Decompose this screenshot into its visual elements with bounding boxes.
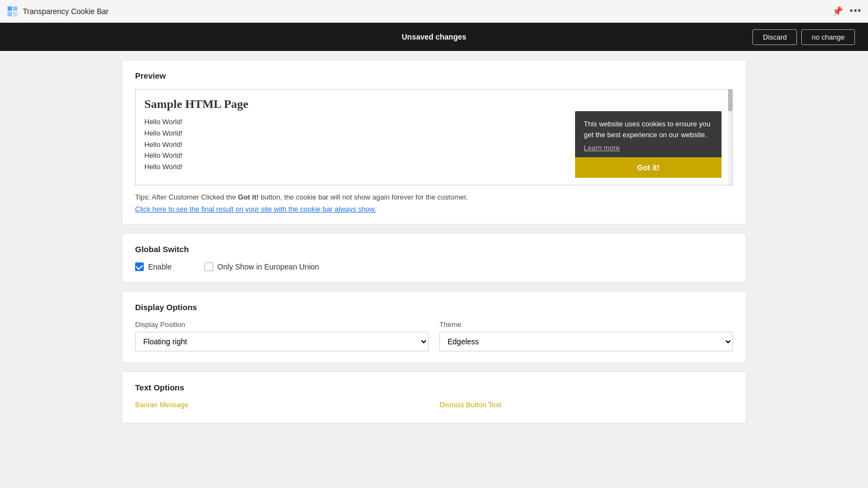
more-icon[interactable]: ••• <box>850 5 861 17</box>
svg-rect-2 <box>8 11 12 16</box>
svg-rect-1 <box>13 6 17 10</box>
unsaved-label: Unsaved changes <box>401 33 466 41</box>
global-switch-title: Global Switch <box>135 245 733 254</box>
tips-section: Tips: After Customer Clicked the Got it!… <box>135 193 733 213</box>
preview-title: Preview <box>135 71 733 80</box>
text-options-grid: Banner Message Dismiss Button Text <box>135 401 733 412</box>
main-content: Preview Sample HTML Page Hello World! He… <box>108 51 760 441</box>
tips-text-after: button, the cookie bar will not show aga… <box>259 193 468 201</box>
theme-field: Theme Edgeless Rounded Square <box>439 320 733 351</box>
eu-only-checkbox[interactable] <box>205 262 213 271</box>
unsaved-bar: Unsaved changes Discard no change <box>0 23 868 51</box>
position-select[interactable]: Floating right Floating left Top bar Bot… <box>135 332 429 351</box>
preview-inner: Sample HTML Page Hello World! Hello Worl… <box>136 89 732 185</box>
pin-icon[interactable]: 📌 <box>832 6 843 16</box>
enable-label: Enable <box>148 262 172 271</box>
svg-rect-0 <box>8 6 12 10</box>
display-options-card: Display Options Display Position Floatin… <box>122 291 746 363</box>
display-options-title: Display Options <box>135 303 733 312</box>
title-bar: Transparency Cookie Bar 📌 ••• <box>0 0 868 23</box>
tips-text: Tips: After Customer Clicked the Got it!… <box>135 193 733 201</box>
eu-only-label: Only Show in European Union <box>218 262 320 271</box>
global-switch-card: Global Switch Enable Only Show in Europe… <box>122 233 746 282</box>
dismiss-button-label: Dismiss Button Text <box>439 401 733 409</box>
switch-row: Enable Only Show in European Union <box>135 262 733 271</box>
discard-button[interactable]: Discard <box>752 29 797 45</box>
text-options-title: Text Options <box>135 383 733 392</box>
text-options-card: Text Options Banner Message Dismiss Butt… <box>122 371 746 423</box>
tips-bold-text: Got it! <box>238 193 259 201</box>
app-icon <box>7 5 18 17</box>
options-grid: Display Position Floating right Floating… <box>135 320 733 351</box>
dismiss-button-field: Dismiss Button Text <box>439 401 733 412</box>
preview-card: Preview Sample HTML Page Hello World! He… <box>122 60 746 224</box>
theme-select[interactable]: Edgeless Rounded Square <box>439 332 733 351</box>
preview-page-title: Sample HTML Page <box>144 97 724 111</box>
title-bar-left: Transparency Cookie Bar <box>7 5 108 17</box>
cookie-popup: This website uses cookies to ensure you … <box>575 111 722 178</box>
banner-message-field: Banner Message <box>135 401 429 412</box>
no-change-button[interactable]: no change <box>801 29 855 45</box>
preview-scrollbar-thumb <box>728 89 732 111</box>
tips-link[interactable]: Click here to see the final result on yo… <box>135 205 376 213</box>
enable-checkbox[interactable] <box>135 262 144 271</box>
enable-checkbox-item: Enable <box>135 262 172 271</box>
cookie-popup-body: This website uses cookies to ensure you … <box>575 111 722 157</box>
eu-only-checkbox-item: Only Show in European Union <box>205 262 320 271</box>
cookie-popup-got-it[interactable]: Got it! <box>575 157 722 178</box>
title-bar-actions: 📌 ••• <box>832 5 861 17</box>
svg-rect-3 <box>13 11 17 16</box>
preview-scrollbar[interactable] <box>728 89 732 185</box>
cookie-popup-learn-more[interactable]: Learn more <box>584 144 620 152</box>
banner-message-label: Banner Message <box>135 401 429 409</box>
position-field: Display Position Floating right Floating… <box>135 320 429 351</box>
preview-frame: Sample HTML Page Hello World! Hello Worl… <box>135 89 733 185</box>
position-label: Display Position <box>135 320 429 329</box>
cookie-popup-text: This website uses cookies to ensure you … <box>584 119 713 140</box>
app-title: Transparency Cookie Bar <box>23 7 108 16</box>
tips-text-before: Tips: After Customer Clicked the <box>135 193 238 201</box>
theme-label: Theme <box>439 320 733 329</box>
unsaved-actions: Discard no change <box>752 29 855 45</box>
